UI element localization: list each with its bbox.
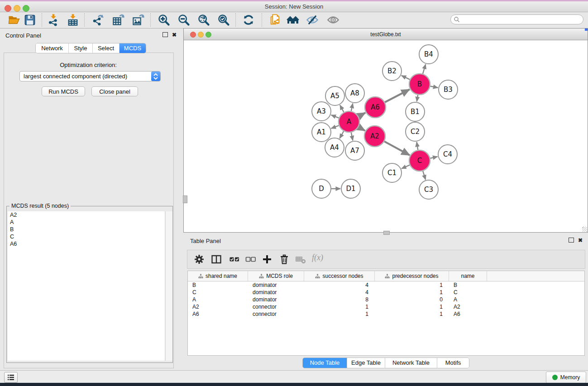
zoom-selected-icon[interactable]	[217, 14, 230, 26]
result-list-item[interactable]: C	[8, 233, 165, 240]
graph-edge-B-B3[interactable]	[430, 86, 438, 87]
float-panel-icon[interactable]	[163, 32, 168, 37]
tab-motifs[interactable]: Motifs	[437, 358, 469, 368]
graph-edge-A-A4[interactable]	[339, 131, 344, 138]
close-view-icon[interactable]	[190, 32, 196, 38]
search-input[interactable]	[460, 16, 575, 23]
table-cell: A6	[188, 310, 248, 318]
table-cell: dominator	[248, 296, 304, 303]
graph-edge-B-B4[interactable]	[423, 64, 425, 74]
search-field[interactable]	[450, 14, 583, 24]
show-selected-icon[interactable]	[327, 14, 339, 26]
split-columns-icon[interactable]	[211, 254, 222, 265]
graph-edge-C-C1[interactable]	[402, 165, 410, 169]
hide-selected-icon[interactable]	[306, 14, 319, 26]
graph-edge-A-A8[interactable]	[351, 104, 353, 111]
deselect-all-icon[interactable]	[245, 254, 256, 265]
minimize-view-icon[interactable]	[198, 32, 204, 38]
close-table-panel-icon[interactable]: ✖	[578, 238, 583, 243]
graph-edge-A2-C[interactable]	[384, 141, 410, 155]
export-image-icon[interactable]	[132, 14, 145, 26]
add-icon[interactable]	[262, 254, 272, 265]
new-network-icon[interactable]	[269, 14, 282, 26]
import-network-icon[interactable]	[47, 14, 60, 26]
tab-node-table[interactable]: Node Table	[303, 358, 347, 368]
save-icon[interactable]	[24, 14, 36, 26]
tab-network[interactable]: Network	[36, 43, 69, 53]
mcds-result-list[interactable]: A2ABCA6	[8, 211, 165, 361]
show-all-icon[interactable]	[287, 14, 299, 26]
network-canvas[interactable]: AA1A2A3A4A5A6A7A8BB1B2B3B4CC1C2C3C4DD1	[184, 40, 588, 232]
minimize-window-icon[interactable]	[14, 5, 20, 12]
import-table-icon[interactable]	[67, 14, 79, 26]
tab-network-table[interactable]: Network Table	[385, 358, 437, 368]
zoom-in-icon[interactable]	[158, 14, 170, 26]
result-scrollbar[interactable]	[165, 211, 172, 361]
open-folder-icon[interactable]	[8, 14, 20, 26]
close-window-icon[interactable]	[5, 5, 11, 12]
delete-table-icon[interactable]	[295, 254, 306, 265]
tab-select[interactable]: Select	[93, 43, 120, 53]
graph-node-label: C4	[443, 150, 452, 158]
graph-edge-A-A1[interactable]	[331, 125, 339, 128]
zoom-fit-icon[interactable]	[197, 14, 210, 26]
toolbar-separator	[262, 13, 262, 27]
column-header-shared-name[interactable]: shared name	[188, 271, 248, 281]
table-row[interactable]: Bdominator41B	[188, 281, 584, 289]
graph-edge-A6-B[interactable]	[385, 90, 410, 102]
memory-button[interactable]: Memory	[546, 372, 586, 383]
zoom-out-icon[interactable]	[177, 14, 190, 26]
export-network-icon[interactable]	[92, 14, 105, 26]
graph-edge-A-A6[interactable]	[359, 113, 365, 116]
export-table-icon[interactable]	[112, 14, 125, 26]
resize-grip-icon[interactable]	[582, 227, 587, 232]
graph-node-label: D	[319, 185, 324, 193]
result-list-item[interactable]: A6	[8, 240, 165, 248]
gear-icon[interactable]	[194, 254, 205, 265]
select-all-icon[interactable]	[229, 254, 240, 265]
column-header-MCDS-role[interactable]: MCDS role	[248, 271, 304, 281]
graph-edge-C-C2[interactable]	[417, 142, 418, 150]
result-list-item[interactable]: A2	[8, 211, 165, 219]
table-row[interactable]: Cdominator41C	[188, 289, 584, 296]
graph-edge-C-C4[interactable]	[430, 157, 437, 158]
graph-node-label: A3	[317, 107, 326, 115]
graph-node-label: C3	[424, 186, 433, 194]
horizontal-scrollbar-thumb[interactable]	[383, 231, 390, 235]
table-row[interactable]: Adominator80A	[188, 296, 584, 303]
show-panels-button[interactable]	[4, 372, 18, 383]
graph-edge-A-A7[interactable]	[351, 133, 353, 141]
function-builder-icon[interactable]: f(x)	[312, 253, 323, 262]
tab-edge-table[interactable]: Edge Table	[347, 358, 385, 368]
tab-mcds[interactable]: MCDS	[120, 43, 146, 53]
float-table-panel-icon[interactable]	[569, 238, 574, 243]
table-cell: B	[188, 281, 248, 289]
table-row[interactable]: A2connector11A2	[188, 303, 584, 310]
desktop-strip-bottom	[0, 383, 588, 386]
zoom-window-icon[interactable]	[23, 5, 29, 12]
graph-edge-C-C3[interactable]	[423, 171, 425, 180]
result-list-item[interactable]: A	[8, 219, 165, 226]
column-header-successor-nodes[interactable]: successor nodes	[304, 271, 375, 281]
delete-icon[interactable]	[279, 254, 290, 265]
vertical-scrollbar-thumb[interactable]	[183, 195, 187, 203]
graph-edge-A-A5[interactable]	[340, 105, 344, 112]
result-list-item[interactable]: B	[8, 226, 165, 233]
zoom-view-icon[interactable]	[206, 32, 211, 38]
refresh-icon[interactable]	[242, 14, 255, 26]
graph-edge-A-A3[interactable]	[331, 115, 339, 118]
run-mcds-button[interactable]: Run MCDS	[42, 86, 85, 96]
optimization-criterion-select[interactable]: largest connected component (directed)	[19, 71, 161, 81]
tab-style[interactable]: Style	[69, 43, 93, 53]
table-row[interactable]: A6connector11A6	[188, 310, 584, 318]
graph-node-label: A5	[330, 92, 339, 100]
graph-node-label: B	[417, 80, 422, 88]
graph-edge-B-B2[interactable]	[402, 76, 410, 80]
graph-edge-B-B1[interactable]	[417, 95, 418, 102]
close-panel-button[interactable]: Close panel	[91, 86, 138, 96]
graph-edge-A-A2[interactable]	[359, 127, 365, 131]
list-icon	[7, 374, 14, 381]
column-header-name[interactable]: name	[449, 271, 487, 281]
column-header-predecessor-nodes[interactable]: predecessor nodes	[375, 271, 449, 281]
close-panel-icon[interactable]: ✖	[172, 33, 177, 37]
